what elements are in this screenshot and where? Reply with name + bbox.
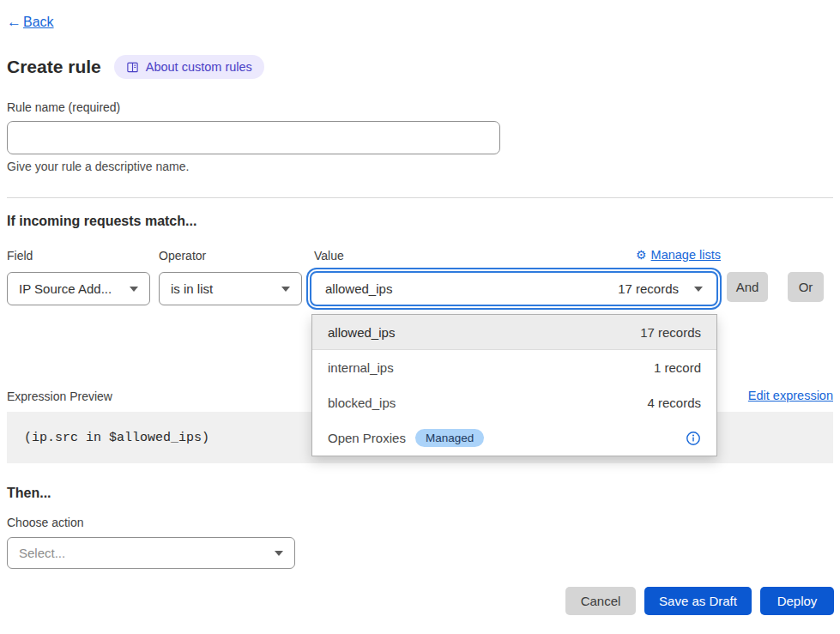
deploy-button[interactable]: Deploy bbox=[760, 587, 834, 615]
operator-select-value: is in list bbox=[171, 281, 213, 296]
match-section-heading: If incoming requests match... bbox=[7, 214, 196, 229]
value-select-records: 17 records bbox=[618, 281, 679, 296]
list-item-name: Open Proxies bbox=[328, 431, 406, 445]
info-icon[interactable] bbox=[686, 431, 701, 446]
value-select[interactable]: allowed_ips 17 records bbox=[310, 271, 718, 306]
list-item-records: 17 records bbox=[640, 325, 701, 340]
expression-preview-label: Expression Preview bbox=[7, 389, 112, 403]
operator-select[interactable]: is in list bbox=[159, 272, 302, 305]
back-arrow-icon: ← bbox=[7, 14, 21, 31]
list-item-name: internal_ips bbox=[328, 360, 394, 375]
edit-expression-link[interactable]: Edit expression bbox=[748, 389, 833, 402]
list-item-name: blocked_ips bbox=[328, 395, 396, 410]
rule-name-input[interactable] bbox=[7, 121, 500, 154]
value-select-selected: allowed_ips bbox=[325, 281, 392, 296]
manage-lists-label: Manage lists bbox=[651, 248, 721, 262]
list-item-allowed-ips[interactable]: allowed_ips 17 records bbox=[312, 315, 716, 350]
about-custom-rules-label: About custom rules bbox=[146, 60, 252, 74]
gear-icon: ⚙ bbox=[636, 248, 647, 262]
page-title: Create rule bbox=[7, 57, 101, 77]
chevron-down-icon bbox=[275, 551, 283, 556]
expression-code: (ip.src in $allowed_ips) bbox=[24, 431, 209, 445]
cancel-button[interactable]: Cancel bbox=[565, 587, 636, 615]
choose-action-label: Choose action bbox=[7, 516, 84, 529]
list-item-records: 4 records bbox=[647, 395, 701, 410]
about-custom-rules-link[interactable]: About custom rules bbox=[114, 55, 264, 79]
or-button[interactable]: Or bbox=[788, 272, 824, 302]
and-button[interactable]: And bbox=[727, 272, 768, 302]
field-select[interactable]: IP Source Add... bbox=[7, 272, 150, 305]
list-item-records: 1 record bbox=[654, 360, 701, 375]
rule-name-label: Rule name (required) bbox=[7, 100, 120, 114]
managed-badge: Managed bbox=[415, 429, 484, 447]
back-link[interactable]: ← Back bbox=[7, 14, 54, 31]
section-divider bbox=[7, 197, 833, 198]
list-item-open-proxies[interactable]: Open Proxies Managed bbox=[312, 420, 716, 456]
chevron-down-icon bbox=[130, 287, 138, 292]
action-select-placeholder: Select... bbox=[19, 546, 65, 560]
list-item-internal-ips[interactable]: internal_ips 1 record bbox=[312, 350, 716, 385]
manage-lists-link[interactable]: ⚙ Manage lists bbox=[549, 248, 721, 262]
action-select[interactable]: Select... bbox=[7, 537, 295, 569]
list-item-blocked-ips[interactable]: blocked_ips 4 records bbox=[312, 385, 716, 420]
back-link-label: Back bbox=[23, 15, 54, 30]
operator-label: Operator bbox=[159, 249, 206, 263]
value-label: Value bbox=[314, 249, 344, 263]
chevron-down-icon bbox=[694, 287, 703, 292]
list-item-name: allowed_ips bbox=[328, 325, 395, 340]
then-section-heading: Then... bbox=[7, 486, 51, 501]
book-icon bbox=[126, 61, 139, 74]
value-dropdown-menu: allowed_ips 17 records internal_ips 1 re… bbox=[311, 314, 717, 456]
rule-name-helper-text: Give your rule a descriptive name. bbox=[7, 160, 189, 173]
page-header: Create rule About custom rules bbox=[7, 55, 264, 79]
field-label: Field bbox=[7, 249, 33, 263]
chevron-down-icon bbox=[281, 287, 290, 292]
save-as-draft-button[interactable]: Save as Draft bbox=[644, 587, 752, 615]
field-select-value: IP Source Add... bbox=[19, 281, 112, 296]
